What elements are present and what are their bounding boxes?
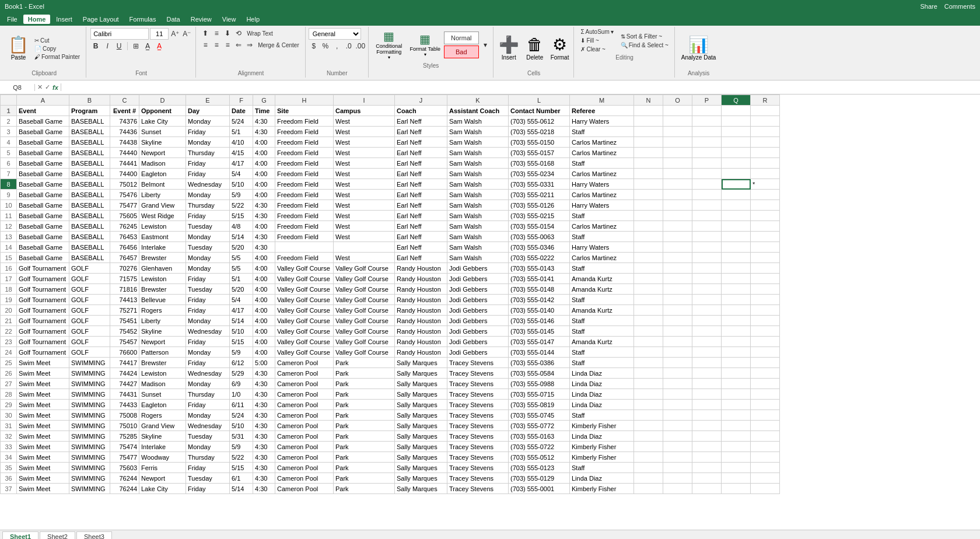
cell-P8[interactable] (692, 179, 722, 190)
cell-Q22[interactable] (722, 326, 751, 337)
col-header-D[interactable]: D (139, 95, 186, 106)
cell-B25[interactable]: SWIMMING (69, 358, 110, 368)
cell-N14[interactable] (634, 242, 663, 253)
cell-I5[interactable]: West (334, 148, 395, 158)
cell-E2[interactable]: Monday (186, 116, 230, 127)
cell-I13[interactable]: West (334, 232, 395, 242)
cell-L20[interactable]: (703) 555-0140 (509, 305, 570, 316)
cell-O6[interactable] (663, 158, 692, 169)
cell-P34[interactable] (692, 452, 722, 463)
cell-C4[interactable]: 74438 (110, 137, 139, 148)
row-num-25[interactable]: 25 (1, 358, 17, 368)
cell-K25[interactable]: Tracey Stevens (447, 358, 509, 368)
cell-N3[interactable] (634, 127, 663, 137)
cell-L2[interactable]: (703) 555-0612 (509, 116, 570, 127)
rotate-text-button[interactable]: ⟲ (233, 28, 244, 38)
cell-L8[interactable]: (703) 555-0331 (509, 179, 570, 190)
cell-L19[interactable]: (703) 555-0142 (509, 295, 570, 305)
cell-M22[interactable]: Staff (570, 326, 634, 337)
cell-E16[interactable]: Monday (186, 263, 230, 274)
cell-D18[interactable]: Brewster (139, 284, 186, 295)
menu-item-file[interactable]: File (2, 15, 22, 24)
cell-R3[interactable] (751, 127, 780, 137)
cell-J19[interactable]: Randy Houston (395, 295, 447, 305)
cell-M28[interactable]: Linda Diaz (570, 389, 634, 400)
cell-L10[interactable]: (703) 555-0126 (509, 200, 570, 211)
cell-P30[interactable] (692, 410, 722, 421)
cell-A31[interactable]: Swim Meet (17, 421, 69, 431)
cell-F10[interactable]: 5/22 (230, 200, 253, 211)
cell-N19[interactable] (634, 295, 663, 305)
cell-K35[interactable]: Tracey Stevens (447, 463, 509, 473)
cell-M17[interactable]: Amanda Kurtz (570, 274, 634, 284)
cell-Q4[interactable] (722, 137, 751, 148)
cell-Q18[interactable] (722, 284, 751, 295)
cell-A7[interactable]: Baseball Game (17, 169, 69, 179)
cell-A28[interactable]: Swim Meet (17, 389, 69, 400)
cell-E31[interactable]: Wednesday (186, 421, 230, 431)
cell-H4[interactable]: Freedom Field (275, 137, 334, 148)
cell-G35[interactable]: 4:30 (253, 463, 275, 473)
cell-I25[interactable]: Park (334, 358, 395, 368)
cell-G36[interactable]: 4:30 (253, 473, 275, 484)
cell-M8[interactable]: Harry Waters (570, 179, 634, 190)
row-num-2[interactable]: 2 (1, 116, 17, 127)
cell-P9[interactable] (692, 190, 722, 200)
cell-N25[interactable] (634, 358, 663, 368)
cell-M16[interactable]: Staff (570, 263, 634, 274)
cell-R10[interactable] (751, 200, 780, 211)
cell-F9[interactable]: 5/9 (230, 190, 253, 200)
cell-G24[interactable]: 4:00 (253, 347, 275, 358)
row-num-32[interactable]: 32 (1, 431, 17, 442)
cell-D34[interactable]: Woodway (139, 452, 186, 463)
cell-F18[interactable]: 5/20 (230, 284, 253, 295)
wrap-text-button[interactable]: Wrap Text (244, 28, 275, 38)
cell-M7[interactable]: Carlos Martinez (570, 169, 634, 179)
cell-R13[interactable] (751, 232, 780, 242)
cell-D11[interactable]: West Ridge (139, 211, 186, 221)
cell-Q24[interactable] (722, 347, 751, 358)
cell-P4[interactable] (692, 137, 722, 148)
cell-F37[interactable]: 5/14 (230, 484, 253, 494)
cell-A10[interactable]: Baseball Game (17, 200, 69, 211)
row-num-11[interactable]: 11 (1, 211, 17, 221)
cell-A8[interactable]: Baseball Game (17, 179, 69, 190)
cell-N35[interactable] (634, 463, 663, 473)
cell-E15[interactable]: Monday (186, 253, 230, 263)
col-header-H[interactable]: H (275, 95, 334, 106)
cell-M20[interactable]: Amanda Kurtz (570, 305, 634, 316)
cell-M10[interactable]: Harry Waters (570, 200, 634, 211)
row-num-12[interactable]: 12 (1, 221, 17, 232)
cell-C27[interactable]: 74427 (110, 379, 139, 389)
cell-J37[interactable]: Sally Marques (395, 484, 447, 494)
cell-R4[interactable] (751, 137, 780, 148)
cell-P17[interactable] (692, 274, 722, 284)
cell-K24[interactable]: Jodi Gebbers (447, 347, 509, 358)
cell-A4[interactable]: Baseball Game (17, 137, 69, 148)
increase-decimal-button[interactable]: .00 (355, 41, 366, 51)
cell-N7[interactable] (634, 169, 663, 179)
cell-N22[interactable] (634, 326, 663, 337)
cell-J30[interactable]: Sally Marques (395, 410, 447, 421)
cell-O17[interactable] (663, 274, 692, 284)
cell-C31[interactable]: 75010 (110, 421, 139, 431)
cell-M23[interactable]: Amanda Kurtz (570, 337, 634, 347)
cell-R35[interactable] (751, 463, 780, 473)
formula-input[interactable] (61, 84, 980, 91)
cell-N16[interactable] (634, 263, 663, 274)
col-header-O[interactable]: O (663, 95, 692, 106)
cell-J16[interactable]: Randy Houston (395, 263, 447, 274)
cell-G21[interactable]: 4:00 (253, 316, 275, 326)
cell-H30[interactable]: Cameron Pool (275, 410, 334, 421)
cell-J12[interactable]: Earl Neff (395, 221, 447, 232)
cell-J29[interactable]: Sally Marques (395, 400, 447, 410)
cell-H14[interactable] (275, 242, 334, 253)
cell-F4[interactable]: 4/10 (230, 137, 253, 148)
cell-A3[interactable]: Baseball Game (17, 127, 69, 137)
cell-H37[interactable]: Cameron Pool (275, 484, 334, 494)
cell-P22[interactable] (692, 326, 722, 337)
cell-C30[interactable]: 75008 (110, 410, 139, 421)
cell-D26[interactable]: Lewiston (139, 368, 186, 379)
cell-F24[interactable]: 5/9 (230, 347, 253, 358)
align-center-button[interactable]: ≡ (211, 40, 222, 50)
